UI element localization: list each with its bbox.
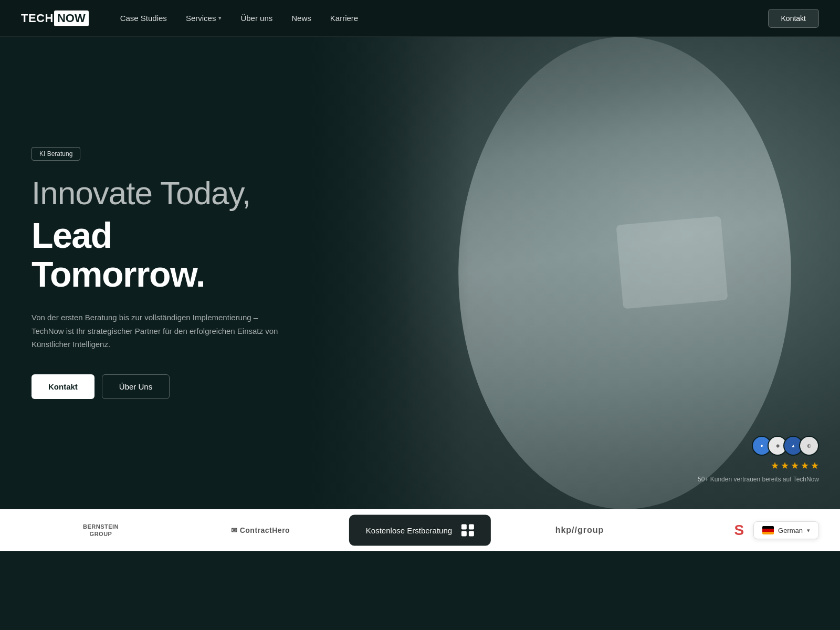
nav-item-services[interactable]: Services ▾ (186, 14, 222, 23)
cta-floating-bar[interactable]: Kostenlose Erstberatung (349, 515, 491, 546)
cta-text: Kostenlose Erstberatung (366, 526, 452, 535)
star-1: ★ (771, 460, 779, 471)
bernstein-logo-text: BERNSTEINGROUP (83, 523, 119, 538)
avatar-4: ◐ (799, 436, 819, 456)
hero-title-line2: Lead Tomorrow. (32, 216, 278, 295)
language-label: German (778, 527, 803, 534)
star-2: ★ (781, 460, 789, 471)
hero-kontakt-button[interactable]: Kontakt (32, 374, 94, 399)
language-switcher[interactable]: German ▾ (753, 521, 819, 539)
star-5: ★ (811, 460, 819, 471)
nav-link-case-studies[interactable]: Case Studies (120, 14, 167, 23)
nav-item-ueber-uns[interactable]: Über uns (240, 14, 272, 23)
chevron-down-icon: ▾ (807, 527, 810, 534)
logo-tech: TECH (21, 12, 54, 25)
hero-left-panel: KI Beratung Innovate Today, Lead Tomorro… (0, 37, 310, 509)
nav-link-news[interactable]: News (291, 14, 311, 23)
hero-ueber-uns-button[interactable]: Über Uns (102, 374, 170, 399)
nav-link-karriere[interactable]: Karriere (330, 14, 358, 23)
grid-icon (461, 524, 474, 537)
logo-hkp: hkp//group (500, 526, 659, 535)
hero-title-line1: Innovate Today, (32, 175, 278, 211)
hero-right-panel: ● ◆ ▲ ◐ ★ ★ ★ ★ ★ 50+ Kunden vertrauen b (310, 37, 840, 509)
contracthero-logo-text: ✉ ContractHero (231, 526, 290, 534)
star-rating: ★ ★ ★ ★ ★ (771, 460, 819, 471)
ki-badge: KI Beratung (32, 147, 80, 161)
s-logo-text: S (734, 522, 744, 539)
logo-bernstein: BERNSTEINGROUP (21, 523, 181, 538)
hero-section: KI Beratung Innovate Today, Lead Tomorro… (0, 37, 840, 509)
star-4: ★ (801, 460, 809, 471)
flag-german-icon (762, 526, 774, 534)
nav-link-services[interactable]: Services ▾ (186, 14, 222, 23)
tablet-decoration (616, 216, 728, 309)
logo-contracthero: ✉ ContractHero (181, 526, 340, 534)
nav-item-karriere[interactable]: Karriere (330, 14, 358, 23)
nav-item-case-studies[interactable]: Case Studies (120, 14, 167, 23)
hero-title: Innovate Today, Lead Tomorrow. (32, 175, 278, 311)
avatar-group: ● ◆ ▲ ◐ (752, 436, 819, 456)
bottom-bar: BERNSTEINGROUP ✉ ContractHero K ktc GmbH… (0, 509, 840, 551)
logo-now: NOW (54, 10, 89, 26)
social-proof-text: 50+ Kunden vertrauen bereits auf TechNow (698, 476, 819, 483)
social-proof: ● ◆ ▲ ◐ ★ ★ ★ ★ ★ 50+ Kunden vertrauen b (698, 436, 819, 483)
nav-links: Case Studies Services ▾ Über uns News Ka… (120, 14, 768, 23)
hero-overlay (310, 37, 469, 509)
nav-item-news[interactable]: News (291, 14, 311, 23)
chevron-down-icon: ▾ (218, 15, 222, 22)
hero-description: Von der ersten Beratung bis zur vollstän… (32, 311, 278, 351)
nav-link-ueber-uns[interactable]: Über uns (240, 14, 272, 23)
hero-buttons: Kontakt Über Uns (32, 374, 278, 399)
star-3: ★ (791, 460, 799, 471)
hkp-logo-text: hkp//group (555, 526, 604, 535)
nav-kontakt-button[interactable]: Kontakt (768, 9, 819, 28)
logo[interactable]: TECHNOW (21, 10, 89, 26)
navbar: TECHNOW Case Studies Services ▾ Über uns… (0, 0, 840, 37)
